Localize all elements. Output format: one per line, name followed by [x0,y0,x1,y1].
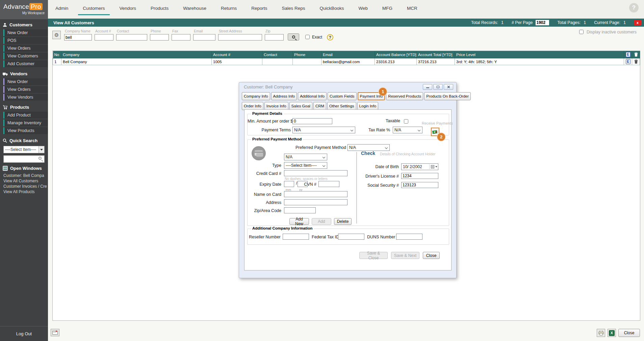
type-select[interactable]: ----Select Item---- [284,162,327,169]
col-price-level[interactable]: Price Level [455,51,624,58]
add-button[interactable]: Add [312,218,331,225]
nav-tab-mcr[interactable]: MCR [404,0,421,17]
sidebar-item-pos[interactable]: POS [3,37,48,44]
preferred-method-select[interactable]: N/A [347,144,390,151]
tab-other-settings[interactable]: Other Settings [327,102,356,110]
sidebar-item-manage-inventory[interactable]: Manage Inventory [3,120,48,126]
nav-tab-sales-reps[interactable]: Sales Reps [278,0,308,17]
open-window-customer-invoices[interactable]: Customer Invoices / Cre [0,184,48,189]
tab-products-on-back-order[interactable]: Products On Back-Order [424,92,471,100]
sidebar-item-vendor-new-order[interactable]: New Order [3,78,48,85]
col-account[interactable]: Account # [212,51,262,58]
taxable-checkbox[interactable] [404,119,408,124]
add-new-button[interactable]: Add New [289,218,309,225]
tab-payment-info[interactable]: Payment Info 1 [358,92,385,100]
email-button[interactable] [51,329,59,336]
sidebar-item-view-vendors[interactable]: View Vendors [3,94,48,101]
duns-number-input[interactable] [396,234,422,240]
dialog-title-bar[interactable]: Customer: Bell Company [239,82,456,91]
social-security-input[interactable] [401,182,438,188]
exact-checkbox[interactable] [305,35,310,39]
sidebar-item-view-products[interactable]: View Products [3,127,48,134]
filter-phone-input[interactable] [150,34,169,41]
save-and-close-button[interactable]: Save & Close [359,252,388,259]
display-inactive-checkbox[interactable] [579,30,584,34]
tab-address-info[interactable]: Address Info [271,92,297,100]
nav-tab-vendors[interactable]: Vendors [116,0,140,17]
help-icon[interactable]: ? [629,3,639,12]
drivers-license-input[interactable] [401,173,438,179]
col-no[interactable]: No [53,51,61,58]
calendar-button[interactable] [429,164,437,169]
sidebar-item-view-customers[interactable]: View Customers [3,53,48,59]
reseller-number-input[interactable] [283,234,309,240]
nav-tab-returns[interactable]: Returns [217,0,240,17]
filter-email-input[interactable] [193,34,215,41]
tab-custom-fields[interactable]: Custom Fields [328,92,357,100]
federal-tax-id-input[interactable] [338,234,364,240]
cvn-input[interactable] [318,181,339,187]
open-window-customer-bell[interactable]: Customer: Bell Compa [0,173,48,178]
filter-account-input[interactable] [95,34,113,41]
col-phone[interactable]: Phone [293,51,321,58]
tab-sales-goal[interactable]: Sales Goal [289,102,312,110]
settings-button[interactable]: ⚙ [52,31,61,39]
payment-terms-select[interactable]: N/A [292,127,355,133]
edit-row-button[interactable]: E [626,59,630,64]
minimize-button[interactable] [423,84,432,90]
logout-button[interactable]: Log Out [0,326,48,341]
filter-contact-input[interactable] [116,34,147,41]
name-on-card-input[interactable] [284,191,347,197]
nav-tab-admin[interactable]: Admin [52,0,72,17]
close-dialog-button[interactable] [444,84,453,90]
nav-tab-mfg[interactable]: MFG [379,0,396,17]
nav-tab-warehouse[interactable]: Warehouse [180,0,210,17]
col-contact[interactable]: Contact [262,51,293,58]
export-excel-button[interactable]: X [608,329,616,337]
quick-search-select[interactable]: ----Select Item---- [3,146,45,153]
close-page-footer-button[interactable]: Close [618,329,640,337]
sidebar-item-view-orders[interactable]: View Orders [3,45,48,52]
open-window-view-all-customers[interactable]: View All Customers [0,178,48,184]
sidebar-item-new-order[interactable]: New Order [3,29,48,36]
nav-tab-web[interactable]: Web [355,0,371,17]
per-page-input[interactable] [536,20,549,25]
date-of-birth-input[interactable]: 10/ 2/2002 [401,163,438,170]
close-dialog-footer-button[interactable]: Close [423,252,440,259]
filter-zip-input[interactable] [265,34,284,41]
nav-tab-quickbooks[interactable]: QuickBooks [316,0,347,17]
card-select[interactable]: N/A [284,154,327,160]
sidebar-item-add-customer[interactable]: Add Customer [3,60,48,67]
delete-button[interactable]: Delete [334,218,352,225]
tab-crm[interactable]: CRM [313,102,326,110]
sidebar-item-add-product[interactable]: Add Product [3,112,48,119]
col-balance[interactable]: Account Balance [YTD] [375,51,417,58]
filter-help-icon[interactable]: ? [327,34,333,41]
filter-fax-input[interactable] [172,34,190,41]
tab-company-info[interactable]: Company Info [242,92,270,100]
tab-reserved-products[interactable]: Reserved Products [386,92,423,100]
print-button[interactable] [597,329,605,337]
tab-login-info[interactable]: Login Info [357,102,379,110]
close-page-button[interactable]: x [634,20,641,25]
sidebar-item-vendor-view-orders[interactable]: View Orders [3,86,48,93]
card-address-input[interactable] [284,199,347,205]
nav-tab-customers[interactable]: Customers [79,0,108,17]
save-and-next-button[interactable]: Save & Next [391,252,419,259]
tab-additional-info[interactable]: Additional Info [298,92,327,100]
open-window-view-all-products[interactable]: View All Products [0,189,48,194]
min-amount-input[interactable] [292,118,332,124]
delete-row-button[interactable] [634,59,638,64]
nav-tab-reports[interactable]: Reports [248,0,271,17]
credit-card-number-input[interactable] [284,170,347,176]
tax-rate-select[interactable]: N/A [393,127,422,133]
filter-street-input[interactable] [218,34,262,41]
tab-invoice-info[interactable]: Invoice Info [264,102,288,110]
expiry-month-input[interactable] [284,181,294,187]
zip-area-code-input[interactable] [284,207,316,213]
nav-tab-products[interactable]: Products [147,0,172,17]
chevron-down-icon[interactable] [38,146,44,153]
quick-search-input[interactable] [3,155,45,163]
search-button[interactable] [288,33,299,41]
col-email[interactable]: Email [321,51,375,58]
